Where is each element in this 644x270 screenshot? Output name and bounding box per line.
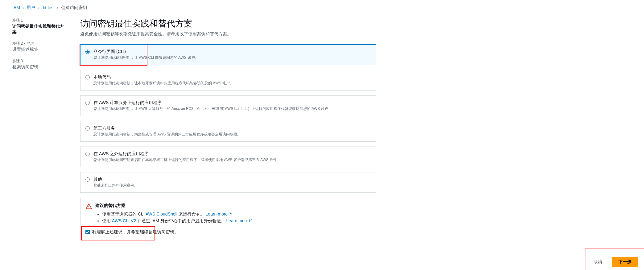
radio-outside-aws[interactable] [85, 152, 90, 156]
radio-local-code[interactable] [85, 75, 90, 79]
option-title: 本地代码 [93, 75, 233, 80]
warning-icon [85, 203, 92, 210]
option-title: 在 AWS 计算服务上运行的应用程序 [93, 100, 332, 106]
usecase-option-cli[interactable]: 命令行界面 (CLI) 您计划使用此访问密钥，让 AWS CLI 能够访问您的 … [80, 44, 376, 65]
external-link-icon [228, 212, 232, 217]
option-desc: 您计划使用此访问密钥，让本地开发环境中的应用程序代码能够访问您的 AWS 账户。 [93, 81, 233, 86]
radio-cli[interactable] [85, 50, 90, 54]
main-content: 访问密钥最佳实践和替代方案 避免使用访问密钥等长期凭证来提高安全性。请考虑以下使… [80, 18, 376, 240]
wizard-step-3[interactable]: 步骤 3 检索访问密钥 [12, 58, 68, 70]
alternatives-panel: 建议的替代方案 使用基于浏览器的 CLI AWS CloudShell 来运行命… [80, 198, 376, 240]
step-number: 步骤 3 [12, 59, 23, 63]
option-desc: 您计划使用此访问密钥来启用在本地部署主机上运行的应用程序，或者使用本地 AWS … [93, 157, 281, 163]
breadcrumb: IAM › 用户 › dd-test › 创建访问密钥 [12, 5, 644, 10]
confirm-row: 我理解上述建议，并希望继续创建访问密钥。 [85, 229, 371, 235]
link-cli-v2[interactable]: AWS CLI V2 [112, 218, 136, 223]
external-link-icon [249, 219, 253, 224]
usecase-option-other[interactable]: 其他 此处未列出您的使用案例。 [80, 172, 376, 193]
svg-point-1 [89, 208, 89, 208]
usecase-option-aws-compute[interactable]: 在 AWS 计算服务上运行的应用程序 您计划使用此访问密钥，让 AWS 计算服务… [80, 95, 376, 116]
alternative-item-2: 使用 AWS CLI V2 并通过 IAM 身份中心中的用户启用身份验证。 Le… [102, 218, 371, 224]
step-title: 设置描述标签 [12, 47, 68, 52]
usecase-option-outside-aws[interactable]: 在 AWS 之外运行的应用程序 您计划使用此访问密钥来启用在本地部署主机上运行的… [80, 147, 376, 167]
learn-more-link-1[interactable]: Learn more [206, 212, 232, 216]
option-desc: 此处未列出您的使用案例。 [93, 183, 138, 188]
breadcrumb-user[interactable]: dd-test [41, 5, 55, 10]
option-title: 命令行界面 (CLI) [93, 49, 199, 54]
learn-more-link-2[interactable]: Learn more [226, 218, 253, 223]
option-desc: 您计划使用此访问密钥，为监控或管理 AWS 资源的第三方应用程序或服务启用访问权… [93, 132, 241, 137]
wizard-step-1[interactable]: 步骤 1 访问密钥最佳实践和替代方案 [12, 18, 68, 35]
usecase-option-local-code[interactable]: 本地代码 您计划使用此访问密钥，让本地开发环境中的应用程序代码能够访问您的 AW… [80, 70, 376, 91]
chevron-right-icon: › [38, 5, 39, 10]
confirm-label[interactable]: 我理解上述建议，并希望继续创建访问密钥。 [92, 229, 179, 235]
link-cloudshell[interactable]: AWS CloudShell [146, 212, 177, 216]
step-title: 检索访问密钥 [12, 64, 68, 70]
chevron-right-icon: › [57, 5, 59, 10]
breadcrumb-users[interactable]: 用户 [27, 5, 35, 10]
breadcrumb-iam[interactable]: IAM [12, 5, 20, 10]
step-number: 步骤 2 [12, 41, 23, 46]
step-number: 步骤 1 [12, 18, 23, 22]
wizard-step-2[interactable]: 步骤 2 - 可选 设置描述标签 [12, 41, 68, 52]
option-title: 其他 [93, 177, 138, 182]
confirm-checkbox[interactable] [85, 230, 90, 234]
wizard-steps-sidebar: 步骤 1 访问密钥最佳实践和替代方案 步骤 2 - 可选 设置描述标签 步骤 3… [12, 18, 68, 240]
alternative-item-1: 使用基于浏览器的 CLI AWS CloudShell 来运行命令。 Learn… [102, 212, 371, 217]
usecase-option-third-party[interactable]: 第三方服务 您计划使用此访问密钥，为监控或管理 AWS 资源的第三方应用程序或服… [80, 121, 376, 142]
page-title: 访问密钥最佳实践和替代方案 [80, 18, 376, 30]
breadcrumb-current: 创建访问密钥 [61, 5, 87, 10]
option-title: 第三方服务 [93, 126, 241, 131]
chevron-right-icon: › [23, 5, 24, 10]
step-title: 访问密钥最佳实践和替代方案 [12, 24, 68, 35]
radio-other[interactable] [85, 177, 90, 182]
radio-aws-compute[interactable] [85, 101, 90, 105]
option-desc: 您计划使用此访问密钥，让 AWS 计算服务（如 Amazon EC2、Amazo… [93, 106, 332, 111]
alternatives-heading: 建议的替代方案 [95, 203, 126, 208]
option-desc: 您计划使用此访问密钥，让 AWS CLI 能够访问您的 AWS 账户。 [93, 55, 199, 60]
radio-third-party[interactable] [85, 126, 90, 131]
page-subtitle: 避免使用访问密钥等长期凭证来提高安全性。请考虑以下使用案例和替代方案。 [80, 31, 376, 37]
option-title: 在 AWS 之外运行的应用程序 [93, 151, 281, 157]
